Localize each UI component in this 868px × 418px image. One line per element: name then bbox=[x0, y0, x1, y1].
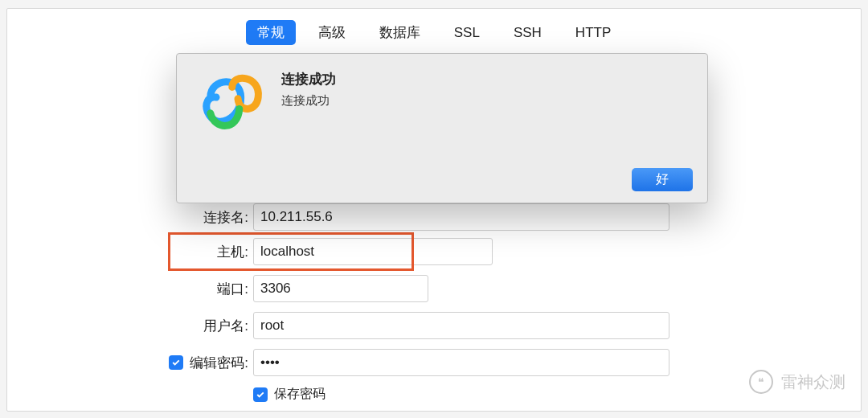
tab-ssh[interactable]: SSH bbox=[502, 22, 553, 44]
host-input[interactable] bbox=[253, 238, 493, 265]
edit-password-checkbox[interactable] bbox=[169, 355, 183, 370]
row-save-password: 保存密码 bbox=[7, 386, 861, 403]
watermark: ❝ 雷神众测 bbox=[749, 370, 845, 394]
tab-general[interactable]: 常规 bbox=[246, 20, 296, 45]
ok-button[interactable]: 好 bbox=[632, 168, 693, 191]
dialog-title: 连接成功 bbox=[281, 70, 336, 88]
dialog-message: 连接成功 bbox=[281, 93, 336, 109]
row-host: 主机: bbox=[7, 238, 861, 265]
watermark-text: 雷神众测 bbox=[781, 371, 845, 393]
wechat-icon: ❝ bbox=[749, 370, 773, 394]
label-port: 端口: bbox=[217, 280, 248, 298]
password-input[interactable] bbox=[253, 349, 669, 376]
label-password: 编辑密码: bbox=[190, 354, 248, 372]
row-port: 端口: bbox=[7, 275, 861, 302]
label-connection-name: 连接名: bbox=[203, 208, 248, 227]
tab-database[interactable]: 数据库 bbox=[368, 20, 432, 45]
row-password: 编辑密码: bbox=[7, 349, 861, 376]
connection-name-input[interactable] bbox=[253, 203, 669, 231]
label-save-password: 保存密码 bbox=[274, 386, 326, 403]
connection-success-dialog: 连接成功 连接成功 好 bbox=[176, 53, 708, 203]
label-host: 主机: bbox=[217, 243, 248, 261]
app-logo-icon bbox=[194, 68, 267, 141]
connection-form: 主机: 端口: 用户名: 编辑密码: bbox=[7, 238, 861, 403]
row-connection-name: 连接名: bbox=[7, 203, 669, 231]
row-username: 用户名: bbox=[7, 312, 861, 339]
label-username: 用户名: bbox=[203, 317, 248, 335]
tab-advanced[interactable]: 高级 bbox=[307, 20, 357, 45]
tab-http[interactable]: HTTP bbox=[564, 22, 622, 44]
port-input[interactable] bbox=[253, 275, 428, 302]
main-window: 常规 高级 数据库 SSL SSH HTTP 连接名: 主机: 端口: 用户名: bbox=[6, 8, 862, 412]
tab-ssl[interactable]: SSL bbox=[443, 22, 491, 44]
tab-bar: 常规 高级 数据库 SSL SSH HTTP bbox=[7, 9, 861, 58]
save-password-checkbox[interactable] bbox=[253, 387, 268, 402]
username-input[interactable] bbox=[253, 312, 669, 339]
